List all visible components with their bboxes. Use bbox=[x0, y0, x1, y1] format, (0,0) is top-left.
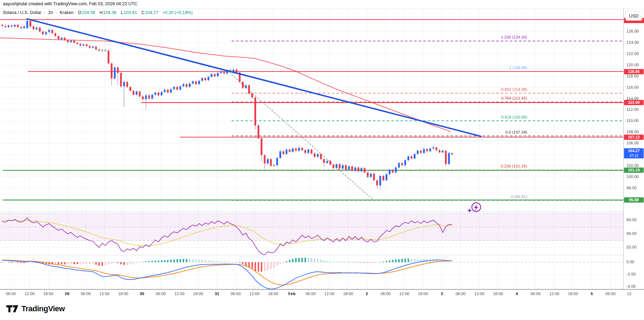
time-label: 12:00 bbox=[25, 292, 35, 296]
price-tick-label: 106.00 bbox=[624, 141, 644, 145]
time-label-major: 4 bbox=[516, 292, 518, 296]
price-tick-label: 116.00 bbox=[624, 85, 644, 89]
low-label: L bbox=[121, 10, 123, 15]
price-tick-label: 126.00 bbox=[624, 29, 644, 33]
fib-level-label-1.236: 1.236 (124.30) bbox=[501, 35, 527, 39]
fib-level-label-0: 0 (95.81) bbox=[511, 195, 527, 199]
macd-tick-label: -2.00 bbox=[624, 272, 644, 276]
currency-toggle-button[interactable]: USD bbox=[625, 11, 642, 21]
legend-separator: · bbox=[55, 10, 57, 15]
high-value: 104.36 bbox=[103, 10, 117, 15]
time-label-major: Feb bbox=[288, 292, 295, 296]
time-label: 12 bbox=[627, 292, 631, 296]
fib-level-label-0.764: 0.764 (113.42) bbox=[501, 96, 527, 100]
price-line-label: 101.19 bbox=[624, 168, 644, 173]
time-label: 18:00 bbox=[268, 292, 278, 296]
time-label: 12:00 bbox=[324, 292, 334, 296]
time-label: 12:00 bbox=[99, 292, 109, 296]
time-label: 12:00 bbox=[250, 292, 260, 296]
time-label: 12:00 bbox=[399, 292, 410, 296]
price-line-label: 113.30 bbox=[624, 100, 644, 105]
flash-sparkle-icon bbox=[467, 200, 483, 215]
tradingview-logo[interactable]: TradingView bbox=[6, 304, 65, 314]
low-value: 103.81 bbox=[124, 10, 137, 15]
time-label-major: 31 bbox=[215, 292, 219, 296]
time-label: 06:00 bbox=[531, 292, 541, 296]
time-label-major: 3 bbox=[441, 292, 443, 296]
time-label-major: 29 bbox=[65, 292, 69, 296]
price-tick-label: 98.00 bbox=[624, 186, 644, 190]
time-label: 18:00 bbox=[118, 292, 128, 296]
price-tick-label: 102.00 bbox=[624, 163, 644, 168]
time-label: 06:00 bbox=[6, 292, 16, 296]
open-label: O bbox=[78, 10, 81, 15]
time-axis[interactable]: 06:0012:0018:002906:0012:0018:003006:001… bbox=[0, 289, 644, 299]
price-line-label: 95.88 bbox=[624, 197, 644, 203]
time-label: 18:00 bbox=[418, 292, 428, 296]
legend-separator: · bbox=[44, 10, 45, 15]
current-price-label: 104.2737:11 bbox=[624, 148, 644, 158]
time-label: 06:00 bbox=[306, 292, 316, 296]
time-label: 06:00 bbox=[81, 292, 91, 296]
high-label: H bbox=[100, 10, 103, 15]
change-value: +0.20 (+0.19%) bbox=[162, 10, 193, 15]
time-label-major: 5 bbox=[591, 292, 593, 296]
time-label: 06:00 bbox=[456, 292, 466, 296]
tradingview-chart-snapshot: aayushjindal created with TradingView.co… bbox=[0, 0, 644, 320]
price-line-label: 118.85 bbox=[624, 69, 644, 74]
bar-countdown: 37:11 bbox=[624, 154, 644, 158]
price-tick-label: 112.00 bbox=[624, 107, 644, 111]
time-label: 06:00 bbox=[156, 292, 166, 296]
symbol-name: Solana / U.S. Dollar bbox=[3, 10, 41, 15]
price-tick-label: 108.00 bbox=[624, 130, 644, 134]
tradingview-logo-icon bbox=[6, 304, 18, 314]
exchange-label: Kraken bbox=[60, 10, 74, 15]
time-label: 06:00 bbox=[380, 292, 391, 296]
time-label: 18:00 bbox=[493, 292, 503, 296]
rsi-tick-label: 20.00 bbox=[624, 245, 644, 249]
fib-level-label-0.618: 0.618 (110.05) bbox=[501, 115, 527, 119]
time-label: 18:00 bbox=[343, 292, 353, 296]
time-label: 18:00 bbox=[193, 292, 203, 296]
price-tick-label: 120.00 bbox=[624, 63, 644, 67]
price-tick-label: 100.00 bbox=[624, 175, 644, 179]
interval-label: 1h bbox=[48, 10, 53, 15]
fib-level-label-1: 1 (118.86) bbox=[509, 66, 527, 70]
price-tick-label: 118.00 bbox=[624, 74, 644, 78]
time-label: 18:00 bbox=[568, 292, 578, 296]
time-label: 18:00 bbox=[43, 292, 53, 296]
close-label: C bbox=[141, 10, 145, 15]
time-label-major: 2 bbox=[366, 292, 368, 296]
fib-level-label-0.832: 0.832 (114.99) bbox=[501, 87, 527, 91]
rsi-tick-label: 40.00 bbox=[624, 231, 644, 236]
price-tick-label: 122.00 bbox=[624, 52, 644, 56]
rsi-tick-label: 60.00 bbox=[624, 218, 644, 222]
open-value: 104.06 bbox=[82, 10, 95, 15]
fib-level-label-0.236: 0.236 (101.25) bbox=[501, 164, 527, 168]
time-label: 06:00 bbox=[605, 292, 616, 296]
chart-canvas[interactable] bbox=[0, 0, 644, 320]
time-label: 12:00 bbox=[474, 292, 484, 296]
price-axis[interactable]: USD 126.00124.00122.00120.00118.00116.00… bbox=[623, 9, 644, 289]
tradingview-logo-text: TradingView bbox=[21, 304, 65, 313]
close-value: 104.27 bbox=[145, 10, 158, 15]
macd-tick-label: 0.00 bbox=[624, 260, 644, 264]
time-label: 06:00 bbox=[231, 292, 241, 296]
time-label: 12:00 bbox=[174, 292, 185, 296]
macd-tick-label: -4.00 bbox=[624, 284, 644, 288]
price-line-label: 107.12 bbox=[624, 135, 644, 140]
price-tick-label: 124.00 bbox=[624, 40, 644, 45]
time-label-major: 30 bbox=[140, 292, 144, 296]
footer: TradingView bbox=[0, 299, 644, 320]
time-label: 12:00 bbox=[549, 292, 559, 296]
fib-level-label-0.5: 0.5 (107.34) bbox=[505, 130, 527, 134]
price-tick-label: 110.00 bbox=[624, 118, 644, 123]
symbol-legend[interactable]: Solana / U.S. Dollar · 1h · Kraken O104.… bbox=[3, 10, 193, 15]
